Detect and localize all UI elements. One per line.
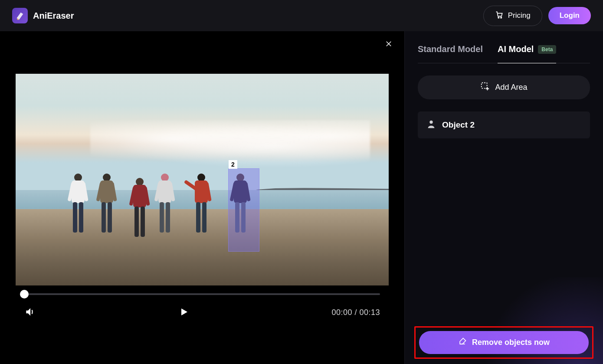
pricing-button[interactable]: Pricing <box>483 6 542 26</box>
volume-button[interactable] <box>24 306 36 319</box>
time-display: 00:00 / 00:13 <box>331 308 380 317</box>
close-icon <box>385 40 393 49</box>
remove-label: Remove objects now <box>472 338 550 347</box>
add-area-label: Add Area <box>495 83 527 92</box>
app-name: AniEraser <box>33 11 74 21</box>
object-selection-box[interactable]: 2 <box>228 168 259 252</box>
header-actions: Pricing Login <box>483 6 591 26</box>
login-button[interactable]: Login <box>548 7 591 24</box>
person-icon <box>426 119 436 131</box>
tab-ai-label: AI Model <box>498 44 534 54</box>
player-controls: 00:00 / 00:13 <box>24 306 380 319</box>
timeline-track[interactable] <box>24 293 380 295</box>
play-icon <box>178 307 189 318</box>
tab-standard-model[interactable]: Standard Model <box>418 42 483 57</box>
timeline <box>24 293 380 295</box>
video-preview[interactable]: 2 <box>16 74 389 285</box>
svg-rect-2 <box>482 83 487 89</box>
add-area-button[interactable]: Add Area <box>418 75 590 99</box>
remove-section: Remove objects now <box>418 321 590 355</box>
scene-person <box>68 174 88 247</box>
sidebar: Standard Model AI Model Beta Add Area Ob… <box>404 31 603 364</box>
object-label: Object 2 <box>442 120 475 130</box>
scene-person <box>129 178 150 243</box>
svg-point-3 <box>429 121 433 124</box>
scene-person <box>191 174 212 247</box>
logo-row: AniEraser <box>12 8 74 23</box>
scene-person <box>154 174 175 247</box>
selection-number: 2 <box>229 160 237 169</box>
volume-icon <box>24 306 36 319</box>
beta-badge: Beta <box>538 45 556 54</box>
cart-icon <box>495 10 504 21</box>
time-current: 00:00 <box>331 308 352 317</box>
time-separator: / <box>352 308 360 317</box>
object-item[interactable]: Object 2 <box>418 111 590 138</box>
editor-panel: 2 00:00 / 00:13 <box>0 31 404 364</box>
play-button[interactable] <box>178 307 189 318</box>
pricing-label: Pricing <box>508 11 531 20</box>
add-area-icon <box>480 82 490 93</box>
brush-icon <box>458 337 467 348</box>
app-logo-icon <box>12 8 28 23</box>
remove-highlight-box: Remove objects now <box>414 326 593 359</box>
app-header: AniEraser Pricing Login <box>0 0 603 31</box>
time-total: 00:13 <box>359 308 380 317</box>
timeline-thumb[interactable] <box>20 290 29 298</box>
svg-point-1 <box>501 17 502 18</box>
remove-objects-button[interactable]: Remove objects now <box>419 331 589 354</box>
tab-ai-model[interactable]: AI Model Beta <box>498 42 556 57</box>
model-tabs: Standard Model AI Model Beta <box>418 42 590 63</box>
svg-point-0 <box>498 17 499 18</box>
close-button[interactable] <box>383 38 395 50</box>
main-area: 2 00:00 / 00:13 <box>0 31 603 364</box>
scene-person <box>96 174 117 247</box>
